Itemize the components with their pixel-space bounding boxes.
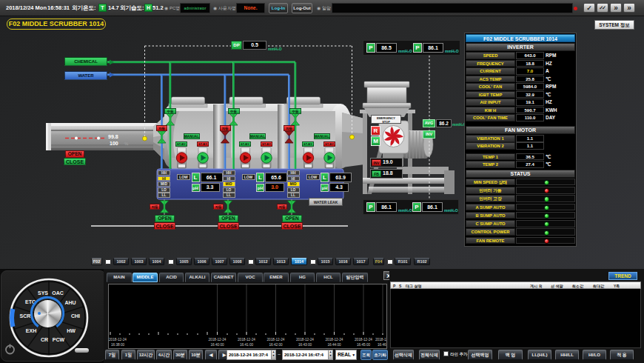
svg-text:16:46:00: 16:46:00	[378, 343, 386, 347]
svg-text:16:45:00: 16:45:00	[357, 343, 371, 347]
svg-text:CHI: CHI	[71, 313, 80, 319]
svg-text:2018-12-24: 2018-12-24	[375, 338, 386, 342]
svg-text:2018-12-24: 2018-12-24	[267, 338, 285, 342]
svg-text:AHU: AHU	[64, 300, 76, 305]
svg-text:EXH: EXH	[26, 328, 36, 333]
svg-text:2018-12-24: 2018-12-24	[326, 338, 343, 342]
svg-text:16:44:00: 16:44:00	[327, 343, 341, 347]
svg-text:2018-12-24: 2018-12-24	[296, 338, 314, 342]
svg-text:OAC: OAC	[52, 290, 64, 296]
svg-text:SCR: SCR	[20, 313, 31, 319]
svg-text:HW: HW	[67, 328, 76, 333]
svg-text:PCW: PCW	[53, 337, 65, 342]
svg-text:SYS: SYS	[38, 290, 48, 296]
svg-text:2018-12-24: 2018-12-24	[109, 338, 127, 342]
svg-text:CR: CR	[41, 337, 48, 342]
svg-text:16:43:00: 16:43:00	[298, 343, 312, 347]
svg-text:16:40:00: 16:40:00	[210, 343, 224, 347]
svg-text:16:38:00: 16:38:00	[111, 343, 125, 347]
svg-text:2018-12-24: 2018-12-24	[209, 338, 227, 342]
svg-text:16:42:00: 16:42:00	[269, 343, 283, 347]
svg-text:2018-12-24: 2018-12-24	[238, 338, 255, 342]
svg-text:16:41:00: 16:41:00	[240, 343, 254, 347]
svg-text:2018-12-24: 2018-12-24	[355, 338, 372, 342]
